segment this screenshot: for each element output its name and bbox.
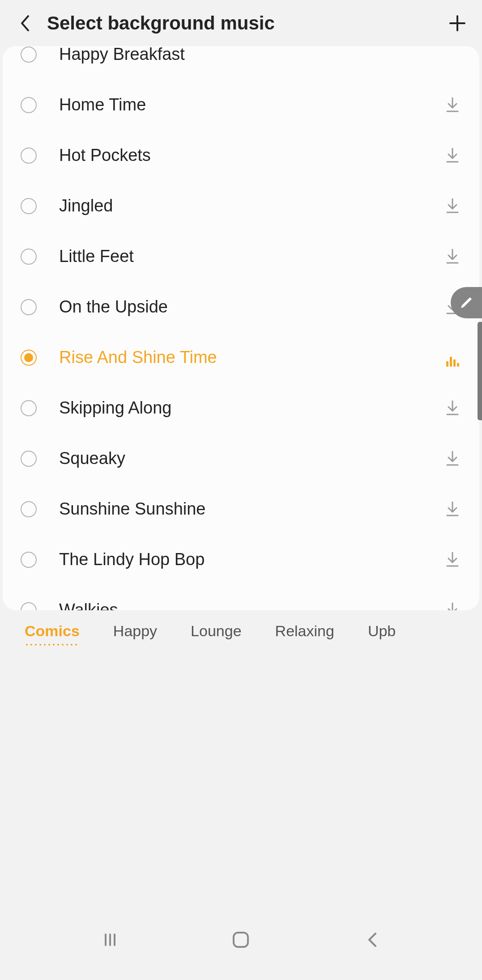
radio-button[interactable]	[21, 249, 37, 265]
music-label: Little Feet	[59, 247, 444, 266]
radio-button[interactable]	[21, 451, 37, 467]
home-icon	[231, 930, 251, 950]
music-label: Walkies	[59, 600, 444, 610]
tab-relaxing[interactable]: Relaxing	[275, 622, 334, 643]
download-button[interactable]	[444, 147, 461, 165]
download-button[interactable]	[444, 96, 461, 114]
download-button[interactable]	[444, 601, 461, 611]
tab-happy[interactable]: Happy	[113, 622, 157, 643]
download-icon	[445, 451, 460, 467]
download-icon	[445, 198, 460, 214]
music-label: Skipping Along	[59, 398, 444, 418]
radio-dot	[24, 353, 33, 362]
music-label: The Lindy Hop Bop	[59, 550, 444, 569]
radio-button[interactable]	[21, 602, 37, 611]
music-item[interactable]: Squeaky	[3, 433, 479, 484]
music-item[interactable]: Little Feet	[3, 231, 479, 282]
music-label: Sunshine Sunshine	[59, 499, 444, 519]
chevron-left-icon	[366, 931, 378, 949]
download-icon	[445, 249, 460, 265]
svg-rect-3	[234, 933, 248, 947]
radio-button[interactable]	[21, 350, 37, 366]
recents-button[interactable]	[97, 926, 124, 953]
music-item[interactable]: Walkies	[3, 585, 479, 610]
music-list: Happy BreakfastHome TimeHot PocketsJingl…	[3, 46, 479, 610]
music-item[interactable]: Rise And Shine Time	[3, 332, 479, 383]
radio-button[interactable]	[21, 400, 37, 416]
radio-button[interactable]	[21, 148, 37, 164]
back-button[interactable]	[13, 12, 36, 34]
pencil-icon	[459, 296, 473, 310]
recents-icon	[101, 931, 119, 949]
music-item[interactable]: Happy Breakfast	[3, 46, 479, 80]
tab-lounge[interactable]: Lounge	[191, 622, 241, 643]
download-button[interactable]	[444, 248, 461, 266]
music-item[interactable]: Skipping Along	[3, 383, 479, 433]
add-button[interactable]	[446, 12, 469, 34]
music-label: Rise And Shine Time	[59, 348, 444, 367]
radio-button[interactable]	[21, 299, 37, 315]
equalizer-icon	[444, 349, 461, 367]
header: Select background music	[0, 0, 482, 46]
home-button[interactable]	[227, 926, 254, 953]
system-nav-bar	[0, 655, 482, 980]
scroll-indicator[interactable]	[478, 322, 482, 420]
radio-button[interactable]	[21, 198, 37, 214]
download-button[interactable]	[444, 399, 461, 417]
nav-back-button[interactable]	[358, 926, 385, 953]
music-item[interactable]: Hot Pockets	[3, 130, 479, 181]
download-icon	[445, 97, 460, 113]
music-label: Home Time	[59, 95, 444, 114]
download-icon	[445, 400, 460, 416]
download-icon	[445, 602, 460, 611]
plus-icon	[448, 14, 466, 32]
tab-upb[interactable]: Upb	[368, 622, 396, 643]
music-label: Hot Pockets	[59, 146, 444, 165]
download-button[interactable]	[444, 450, 461, 468]
radio-button[interactable]	[21, 501, 37, 517]
download-icon	[445, 501, 460, 517]
music-label: Jingled	[59, 196, 444, 215]
music-label: Squeaky	[59, 449, 444, 468]
tab-comics[interactable]: Comics	[25, 622, 80, 643]
download-button[interactable]	[444, 551, 461, 569]
music-item[interactable]: On the Upside	[3, 282, 479, 332]
music-item[interactable]: The Lindy Hop Bop	[3, 534, 479, 585]
radio-button[interactable]	[21, 552, 37, 568]
radio-button[interactable]	[21, 97, 37, 113]
radio-button[interactable]	[21, 46, 37, 63]
page-title: Select background music	[47, 13, 446, 34]
music-item[interactable]: Home Time	[3, 80, 479, 130]
category-tabs: ComicsHappyLoungeRelaxingUpb	[0, 610, 482, 655]
chevron-left-icon	[19, 14, 30, 32]
music-label: On the Upside	[59, 297, 444, 317]
music-item[interactable]: Jingled	[3, 181, 479, 231]
music-label: Happy Breakfast	[59, 46, 461, 64]
download-button[interactable]	[444, 197, 461, 215]
download-button[interactable]	[444, 500, 461, 518]
download-icon	[445, 552, 460, 568]
music-item[interactable]: Sunshine Sunshine	[3, 484, 479, 534]
download-icon	[445, 148, 460, 164]
edit-fab[interactable]	[451, 287, 482, 318]
